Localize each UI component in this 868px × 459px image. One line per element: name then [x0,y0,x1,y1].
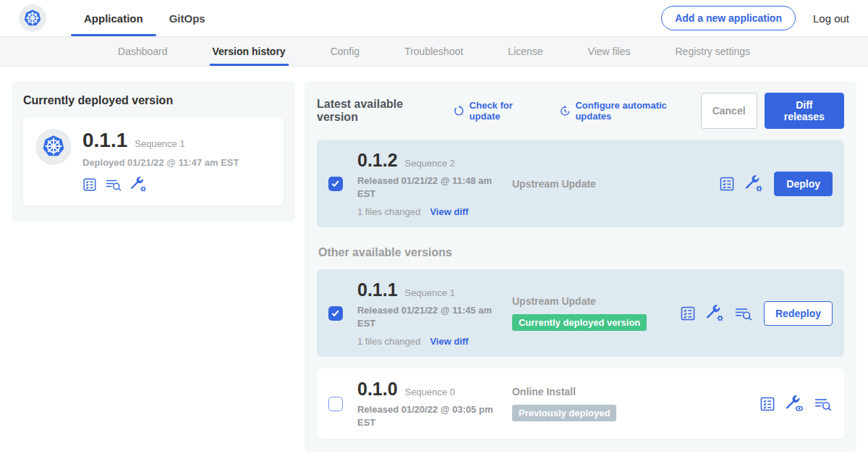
previously-deployed-badge: Previously deployed [512,405,616,421]
release-notes-icon[interactable] [106,177,122,192]
currently-deployed-title: Currently deployed version [23,94,284,107]
view-diff-link[interactable]: View diff [430,206,468,217]
version-checkbox[interactable] [328,306,343,321]
subtab-view-files[interactable]: View files [588,37,631,66]
tab-application[interactable]: Application [71,0,156,36]
version-number: 0.1.0 [357,379,398,400]
release-notes-icon[interactable] [735,306,753,321]
version-actions [760,395,833,413]
redeploy-button[interactable]: Redeploy [764,301,833,326]
version-actions: Deploy [719,172,833,196]
files-changed-label: 1 files changed [357,336,420,347]
deployed-version-number: 0.1.1 [82,129,127,152]
subtab-config[interactable]: Config [331,37,359,66]
preflight-checks-icon[interactable] [82,177,97,192]
subtab-dashboard[interactable]: Dashboard [118,37,168,66]
top-nav-right: Add a new application Log out [661,6,849,30]
version-number: 0.1.1 [357,279,398,300]
release-notes-icon[interactable] [814,396,833,412]
version-info: 0.1.0 Sequence 0 Released 01/20/22 @ 03:… [357,379,512,429]
config-wrench-icon[interactable] [131,177,147,193]
version-sequence: Sequence 0 [405,387,455,397]
version-source: Upstream Update [512,178,680,190]
deploy-button[interactable]: Deploy [774,172,833,196]
config-wrench-icon[interactable] [707,305,724,322]
top-tab-bar: Application GitOps [71,0,218,36]
top-nav: Application GitOps Add a new application… [0,0,868,36]
source-label: Online Install [512,386,680,397]
version-info: 0.1.2 Sequence 2 Released 01/21/22 @ 11:… [357,150,512,217]
subtab-troubleshoot[interactable]: Troubleshoot [404,37,463,66]
config-view-icon[interactable] [786,395,804,413]
available-versions-panel: Latest available version Check for updat… [305,81,856,452]
files-changed-label: 1 files changed [357,206,420,217]
source-label: Upstream Update [512,178,680,190]
released-timestamp: Released 01/21/22 @ 11:45 am EST [357,304,502,329]
version-row-0-1-2: 0.1.2 Sequence 2 Released 01/21/22 @ 11:… [317,140,844,227]
refresh-icon [453,105,464,117]
source-label: Upstream Update [512,295,680,307]
config-wrench-icon[interactable] [746,175,763,193]
cancel-button[interactable]: Cancel [701,93,757,129]
released-timestamp: Released 01/20/22 @ 03:05 pm EST [357,403,502,429]
kubernetes-logo-icon [19,4,46,32]
add-application-button[interactable]: Add a new application [661,6,796,30]
version-checkbox[interactable] [328,177,343,191]
version-checkbox[interactable] [328,397,343,411]
configure-automatic-updates-link[interactable]: Configure automatic updates [559,100,701,122]
version-actions: Redeploy [680,301,833,326]
check-for-update-link[interactable]: Check for update [453,100,543,122]
subtab-license[interactable]: License [508,37,542,66]
version-row-0-1-1: 0.1.1 Sequence 1 Released 01/21/22 @ 11:… [317,269,844,357]
deployed-version-card: 0.1.1 Sequence 1 Deployed 01/21/22 @ 11:… [23,117,284,206]
currently-deployed-panel: Currently deployed version [12,81,295,222]
main-content: Currently deployed version [0,67,868,459]
subtab-version-history[interactable]: Version history [213,37,286,66]
diff-releases-button[interactable]: Diff releases [765,93,844,129]
schedule-update-icon [559,105,571,117]
deployed-version-details: 0.1.1 Sequence 1 Deployed 01/21/22 @ 11:… [82,129,239,193]
version-number: 0.1.2 [357,150,398,171]
currently-deployed-badge: Currently deployed version [512,314,647,331]
available-versions-header: Latest available version Check for updat… [317,93,844,129]
subtab-registry-settings[interactable]: Registry settings [676,37,750,66]
app-logo-icon [36,129,71,164]
released-timestamp: Released 01/21/22 @ 11:48 am EST [357,174,502,200]
preflight-checks-icon[interactable] [680,306,696,321]
preflight-checks-icon[interactable] [760,396,775,412]
other-versions-title: Other available versions [318,246,844,259]
version-sequence: Sequence 2 [405,158,455,169]
latest-available-title: Latest available version [317,98,443,124]
view-diff-link[interactable]: View diff [430,336,468,347]
tab-gitops[interactable]: GitOps [156,0,218,36]
version-info: 0.1.1 Sequence 1 Released 01/21/22 @ 11:… [357,279,512,347]
version-source: Upstream Update Currently deployed versi… [512,295,680,331]
kots-admin-console: Application GitOps Add a new application… [0,0,868,459]
version-sequence: Sequence 1 [405,287,455,298]
version-row-0-1-0: 0.1.0 Sequence 0 Released 01/20/22 @ 03:… [317,369,844,439]
logout-button[interactable]: Log out [813,12,849,25]
preflight-checks-icon[interactable] [719,176,735,192]
deployed-timestamp: Deployed 01/21/22 @ 11:47 am EST [82,157,239,168]
app-sub-nav: Dashboard Version history Config Trouble… [0,36,868,67]
deployed-sequence: Sequence 1 [135,138,184,149]
version-source: Online Install Previously deployed [512,386,680,421]
